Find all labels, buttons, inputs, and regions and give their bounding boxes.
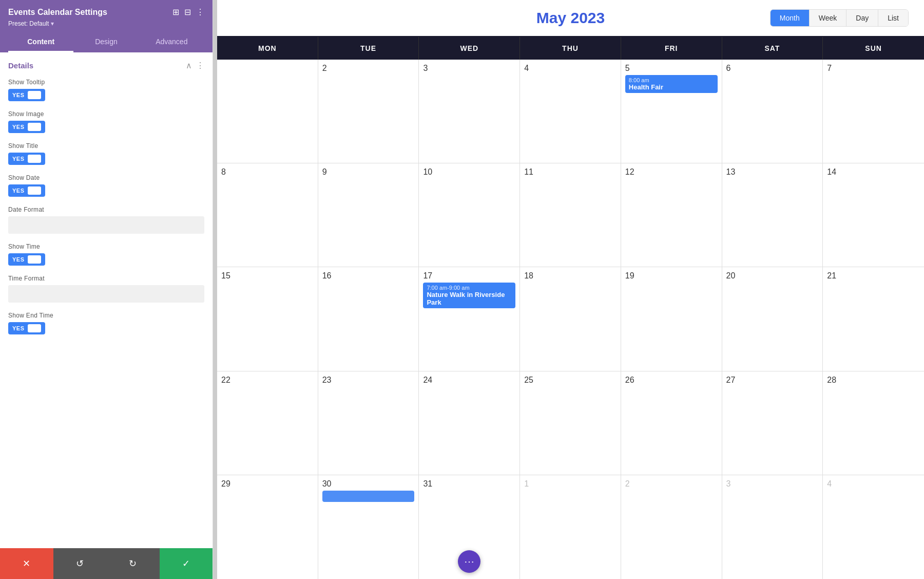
fab-button[interactable]: ⋯ xyxy=(458,550,480,573)
calendar-header: May 2023 Month Week Day List xyxy=(217,0,924,36)
calendar-cell-w4-7: 28 xyxy=(823,371,924,475)
calendar-body: 2 3 4 5 8:00 am Health Fair 6 xyxy=(217,60,924,579)
show-image-field: Show Image YES xyxy=(8,110,204,133)
day-num: 19 xyxy=(625,271,634,280)
event-health-fair[interactable]: 8:00 am Health Fair xyxy=(625,75,718,93)
date-format-label: Date Format xyxy=(8,206,204,213)
toggle-yes-2: YES xyxy=(12,124,25,130)
columns-icon[interactable]: ⊟ xyxy=(184,7,191,17)
view-month-button[interactable]: Month xyxy=(771,10,810,26)
day-num: 1 xyxy=(524,479,529,488)
toggle-yes-4: YES xyxy=(12,188,25,194)
date-format-field: Date Format xyxy=(8,206,204,234)
day-num: 23 xyxy=(322,376,332,384)
undo-button[interactable]: ↺ xyxy=(53,548,107,579)
show-end-time-toggle[interactable]: YES xyxy=(8,322,45,334)
tab-design[interactable]: Design xyxy=(73,32,139,52)
time-format-input[interactable] xyxy=(8,285,204,303)
expand-icon[interactable]: ⊞ xyxy=(172,7,179,17)
day-num: 13 xyxy=(726,167,736,176)
show-title-field: Show Title YES xyxy=(8,142,204,165)
view-day-button[interactable]: Day xyxy=(846,10,878,26)
day-headers: MON TUE WED THU FRI SAT SUN xyxy=(217,37,924,60)
calendar-cell-w3-7: 21 xyxy=(823,267,924,370)
section-more-icon[interactable]: ⋮ xyxy=(196,61,204,70)
calendar-cell-w3-5: 19 xyxy=(621,267,722,370)
show-date-label: Show Date xyxy=(8,174,204,181)
right-panel: May 2023 Month Week Day List MON TUE WED… xyxy=(217,0,924,579)
calendar-grid: MON TUE WED THU FRI SAT SUN 2 3 4 xyxy=(217,36,924,579)
event-nature-walk[interactable]: 7:00 am-9:00 am Nature Walk in Riverside… xyxy=(423,283,515,308)
resize-handle[interactable] xyxy=(213,0,217,579)
calendar-cell-w4-3: 24 xyxy=(419,371,520,475)
save-button[interactable]: ✓ xyxy=(160,548,213,579)
calendar-week-1: 2 3 4 5 8:00 am Health Fair 6 xyxy=(217,60,924,163)
calendar-cell-w5-5: 2 xyxy=(621,475,722,579)
view-list-button[interactable]: List xyxy=(878,10,908,26)
calendar-cell-w4-4: 25 xyxy=(520,371,621,475)
fab-icon: ⋯ xyxy=(464,555,474,568)
day-header-sat: SAT xyxy=(722,37,823,60)
day-num: 14 xyxy=(827,167,836,176)
calendar-week-5: 29 30 31 ⋯ 1 2 xyxy=(217,475,924,579)
show-title-toggle[interactable]: YES xyxy=(8,153,45,165)
calendar-cell-w5-6: 3 xyxy=(722,475,823,579)
show-tooltip-toggle[interactable]: YES xyxy=(8,89,45,101)
date-format-input[interactable] xyxy=(8,216,204,234)
calendar-cell-w3-4: 18 xyxy=(520,267,621,370)
event-partial-30[interactable] xyxy=(322,491,415,502)
day-num: 16 xyxy=(322,271,332,280)
tab-advanced[interactable]: Advanced xyxy=(139,32,204,52)
toggle-knob-3 xyxy=(28,155,41,163)
show-image-toggle[interactable]: YES xyxy=(8,121,45,133)
day-num: 12 xyxy=(625,167,634,176)
preset-label: Preset: Default ▾ xyxy=(8,20,204,27)
show-tooltip-label: Show Tooltip xyxy=(8,79,204,86)
calendar-week-2: 8 9 10 11 12 13 14 xyxy=(217,163,924,267)
redo-button[interactable]: ↻ xyxy=(106,548,160,579)
toggle-knob xyxy=(28,91,41,99)
day-num: 9 xyxy=(322,167,327,176)
show-time-toggle[interactable]: YES xyxy=(8,253,45,266)
view-week-button[interactable]: Week xyxy=(810,10,847,26)
day-num: 8 xyxy=(221,167,226,176)
calendar-cell-w5-1: 29 xyxy=(217,475,318,579)
day-num: 22 xyxy=(221,376,230,384)
more-icon[interactable]: ⋮ xyxy=(196,7,204,17)
save-icon: ✓ xyxy=(182,558,190,569)
collapse-icon[interactable]: ∧ xyxy=(186,61,192,70)
event-time: 7:00 am-9:00 am xyxy=(427,285,512,291)
calendar-cell-w2-4: 11 xyxy=(520,163,621,267)
calendar-cell-w3-3: 17 7:00 am-9:00 am Nature Walk in Rivers… xyxy=(419,267,520,370)
day-num: 3 xyxy=(423,64,428,72)
toggle-knob-2 xyxy=(28,123,41,131)
calendar-cell-w2-3: 10 xyxy=(419,163,520,267)
day-num: 30 xyxy=(322,479,332,488)
calendar-cell-w1-3: 3 xyxy=(419,60,520,163)
day-num: 5 xyxy=(625,64,630,72)
redo-icon: ↻ xyxy=(129,558,137,569)
show-date-toggle[interactable]: YES xyxy=(8,184,45,197)
day-num: 25 xyxy=(524,376,533,384)
day-header-tue: TUE xyxy=(318,37,419,60)
cancel-icon: ✕ xyxy=(23,558,30,569)
event-time: 8:00 am xyxy=(629,77,714,83)
calendar-cell-w1-5: 5 8:00 am Health Fair xyxy=(621,60,722,163)
toggle-yes-6: YES xyxy=(12,325,25,331)
day-num: 4 xyxy=(524,64,529,72)
calendar-cell-w1-4: 4 xyxy=(520,60,621,163)
cancel-button[interactable]: ✕ xyxy=(0,548,53,579)
tab-content[interactable]: Content xyxy=(8,32,73,52)
day-num: 6 xyxy=(726,64,731,72)
day-num: 31 xyxy=(423,479,432,488)
calendar-cell-w4-6: 27 xyxy=(722,371,823,475)
calendar-week-4: 22 23 24 25 26 27 28 xyxy=(217,371,924,475)
day-header-sun: SUN xyxy=(823,37,924,60)
panel-title: Events Calendar Settings xyxy=(8,8,107,17)
time-format-field: Time Format xyxy=(8,275,204,303)
day-header-thu: THU xyxy=(520,37,621,60)
day-num: 17 xyxy=(423,271,432,280)
day-header-mon: MON xyxy=(217,37,318,60)
day-header-wed: WED xyxy=(419,37,520,60)
calendar-cell-w4-1: 22 xyxy=(217,371,318,475)
